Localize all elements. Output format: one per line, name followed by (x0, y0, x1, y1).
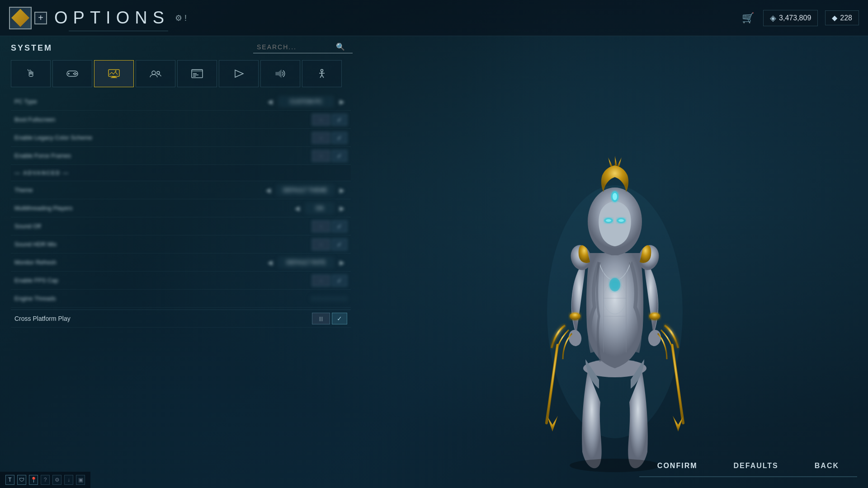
setting-control-pc-type: ◀ CUSTOM PC ▶ (265, 97, 347, 107)
taskbar-icon-location[interactable]: 📍 (29, 475, 38, 485)
sound-off-toggle-off[interactable]: ○ (312, 221, 330, 232)
toggle-force-frames-on[interactable]: ✓ (332, 150, 347, 162)
left-panel: SYSTEM 🖱 (0, 36, 362, 488)
setting-label-theme: Theme (14, 187, 263, 193)
svg-point-39 (618, 219, 624, 222)
tab-accessibility[interactable] (302, 60, 342, 87)
setting-force-frames: Enable Force Frames ○ ✓ (11, 147, 351, 165)
credits-value: 3,473,809 (779, 14, 811, 22)
svg-rect-16 (193, 75, 198, 75)
svg-point-20 (321, 70, 323, 72)
theme-arrow-right[interactable]: ▶ (337, 187, 347, 194)
refresh-arrow-left[interactable]: ◀ (265, 259, 275, 266)
svg-rect-2 (68, 73, 70, 74)
cart-icon[interactable]: 🛒 (740, 10, 756, 26)
settings-icon: ⚙ ! (175, 13, 187, 23)
confirm-button[interactable]: CONFIRM (639, 455, 716, 477)
section-header-advanced: — ADVANCED — (11, 165, 351, 181)
theme-arrow-left[interactable]: ◀ (263, 187, 274, 194)
setting-label-engine-threads: Engine Threads (14, 295, 311, 302)
toggle-boot-fullscreen: ○ ✓ (312, 114, 347, 126)
toggle-legacy-off[interactable]: ○ (312, 132, 330, 144)
toggle-fps-cap: ○ ✓ (312, 275, 347, 286)
fps-cap-toggle-off[interactable]: ○ (312, 275, 330, 286)
title-underline (69, 31, 168, 31)
cross-platform-toggle-off[interactable]: ||| (312, 313, 330, 324)
setting-sound-hdr: Sound HDR Mix ○ ✓ (11, 235, 351, 253)
setting-label-sound-hdr: Sound HDR Mix (14, 241, 312, 248)
setting-control-monitor-refresh: ◀ DEFAULT RATE ▶ (265, 258, 347, 267)
sound-off-toggle-on[interactable]: ✓ (332, 221, 347, 232)
section-header-label: — ADVANCED — (14, 170, 69, 176)
setting-fps-cap: Enable FPS Cap ○ ✓ (11, 272, 351, 290)
toggle-sound-hdr: ○ ✓ (312, 239, 347, 250)
svg-marker-19 (276, 70, 281, 77)
svg-point-5 (73, 73, 75, 75)
tab-social[interactable] (136, 60, 175, 87)
taskbar-icon-shield[interactable]: 🛡 (17, 475, 26, 485)
multi-value: ON (306, 203, 333, 213)
tab-gameplay[interactable] (219, 60, 259, 87)
add-character-button[interactable]: + (34, 12, 47, 24)
bottom-buttons: CONFIRM DEFAULTS BACK (639, 455, 857, 477)
setting-label-fps-cap: Enable FPS Cap (14, 277, 312, 284)
setting-label-pc-type: PC Type (14, 98, 265, 105)
sound-hdr-toggle-on[interactable]: ✓ (332, 239, 347, 250)
taskbar-icon-gear[interactable]: ⚙ (52, 475, 61, 485)
arrow-left-btn[interactable]: ◀ (265, 98, 275, 105)
svg-point-41 (613, 193, 617, 200)
fps-cap-toggle-on[interactable]: ✓ (332, 275, 347, 286)
svg-point-42 (570, 313, 580, 320)
back-button[interactable]: BACK (797, 455, 857, 477)
toggle-on-btn[interactable]: ✓ (332, 114, 347, 126)
setting-label-force-frames: Enable Force Frames (14, 152, 312, 159)
taskbar-icon-grid[interactable]: ▣ (76, 475, 85, 485)
multi-arrow-right[interactable]: ▶ (337, 205, 347, 212)
page-title: OPTIONS (54, 8, 170, 28)
arrow-right-btn[interactable]: ▶ (337, 98, 347, 105)
refresh-arrow-right[interactable]: ▶ (337, 259, 347, 266)
toggle-cross-platform[interactable]: ||| ✓ (312, 313, 347, 324)
credits-badge: ◈ 3,473,809 (763, 10, 818, 26)
toggle-force-frames-off[interactable]: ○ (312, 150, 330, 162)
svg-point-3 (75, 72, 76, 74)
tab-audio[interactable] (260, 60, 300, 87)
tab-interface[interactable] (177, 60, 217, 87)
setting-label-monitor-refresh: Monitor Refresh (14, 259, 265, 266)
svg-marker-18 (235, 70, 243, 77)
taskbar-icon-download[interactable]: ↓ (64, 475, 73, 485)
character-art (520, 108, 710, 479)
tab-mouse[interactable]: 🖱 (11, 60, 51, 87)
cross-platform-toggle-on[interactable]: ✓ (332, 313, 347, 324)
setting-multithreading: Multithreading Players ◀ ON ▶ (11, 199, 351, 217)
toggle-off-btn[interactable]: ○ (312, 114, 330, 126)
svg-point-4 (76, 73, 77, 75)
setting-sound-off: Sound Off ○ ✓ (11, 217, 351, 235)
sound-hdr-toggle-off[interactable]: ○ (312, 239, 330, 250)
taskbar: T 🛡 📍 ? ⚙ ↓ ▣ (0, 472, 90, 488)
setting-label-cross-platform: Cross Platform Play (14, 315, 312, 322)
pc-type-value: CUSTOM PC (279, 97, 333, 107)
svg-point-12 (157, 71, 160, 74)
taskbar-icon-hud[interactable]: T (5, 475, 14, 485)
main-content: SYSTEM 🖱 (0, 36, 868, 488)
platinum-badge: ◆ 228 (825, 10, 859, 25)
settings-list: PC Type ◀ CUSTOM PC ▶ Boot Fullscreen ○ … (11, 93, 351, 481)
svg-rect-7 (108, 70, 119, 76)
setting-control-multithreading: ◀ ON ▶ (292, 203, 347, 213)
platinum-value: 228 (840, 14, 852, 22)
tabs-row: 🖱 (11, 60, 351, 87)
defaults-button[interactable]: DEFAULTS (716, 455, 797, 477)
taskbar-icon-help[interactable]: ? (41, 475, 50, 485)
engine-threads-value (311, 297, 347, 300)
svg-line-23 (320, 75, 322, 78)
tab-controller[interactable] (52, 60, 92, 87)
tab-display[interactable] (94, 60, 134, 87)
multi-arrow-left[interactable]: ◀ (292, 205, 302, 212)
setting-boot-fullscreen: Boot Fullscreen ○ ✓ (11, 111, 351, 129)
credits-icon: ◈ (770, 13, 776, 23)
svg-rect-9 (111, 77, 117, 78)
setting-label-boot-fullscreen: Boot Fullscreen (14, 116, 312, 123)
toggle-legacy-on[interactable]: ✓ (332, 132, 347, 144)
svg-rect-8 (112, 76, 116, 77)
